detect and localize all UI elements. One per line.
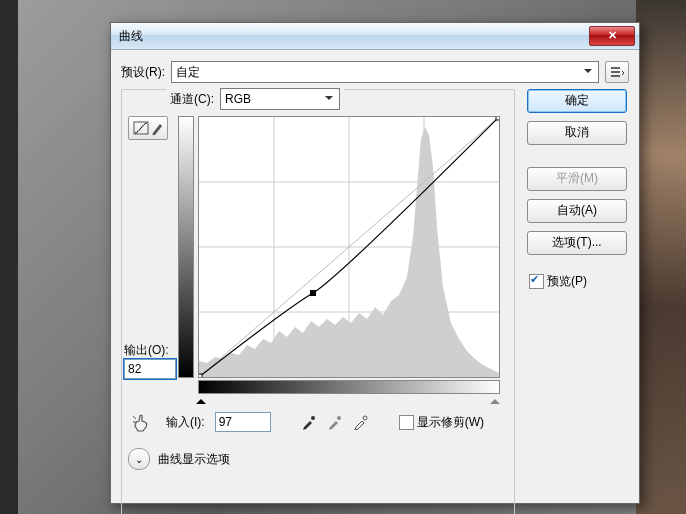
svg-point-12: [337, 416, 341, 420]
preview-label: 预览(P): [547, 274, 587, 288]
output-input[interactable]: 82: [124, 359, 176, 379]
black-point-slider[interactable]: [196, 394, 206, 404]
display-options-label: 曲线显示选项: [158, 451, 230, 468]
show-clipping-label: 显示修剪(W): [417, 415, 484, 429]
curves-plot-svg: [199, 117, 499, 377]
preset-value: 自定: [176, 64, 200, 81]
input-input[interactable]: 97: [215, 412, 271, 432]
preset-menu-button[interactable]: [605, 61, 629, 83]
curves-groupbox: 通道(C): RGB: [121, 89, 515, 514]
checkbox-checked-icon: [529, 274, 544, 289]
curves-plot[interactable]: [198, 116, 500, 378]
show-clipping-checkbox[interactable]: 显示修剪(W): [399, 414, 484, 431]
close-button[interactable]: ✕: [589, 26, 635, 46]
display-options-expander[interactable]: ⌄: [128, 448, 150, 470]
black-eyedropper[interactable]: [301, 414, 317, 430]
checkbox-icon: [399, 415, 414, 430]
eyedropper-white-icon: [353, 414, 369, 430]
gray-eyedropper[interactable]: [327, 414, 343, 430]
auto-button[interactable]: 自动(A): [527, 199, 627, 223]
svg-rect-8: [199, 374, 202, 377]
svg-point-11: [311, 416, 315, 420]
channel-dropdown[interactable]: RGB: [220, 88, 340, 110]
smooth-button[interactable]: 平滑(M): [527, 167, 627, 191]
vertical-gradient-bar: [178, 116, 194, 378]
eyedropper-gray-icon: [327, 414, 343, 430]
target-adjust-tool[interactable]: [128, 410, 156, 434]
curve-tool-icon: [133, 121, 149, 135]
white-eyedropper[interactable]: [353, 414, 369, 430]
preset-dropdown[interactable]: 自定: [171, 61, 599, 83]
options-button[interactable]: 选项(T)...: [527, 231, 627, 255]
svg-rect-10: [310, 290, 316, 296]
svg-rect-9: [496, 117, 499, 120]
white-point-slider[interactable]: [490, 394, 500, 404]
channel-value: RGB: [225, 92, 251, 106]
channel-label: 通道(C):: [170, 91, 214, 108]
menu-icon: [610, 66, 624, 78]
svg-point-13: [363, 416, 367, 420]
preview-checkbox[interactable]: 预览(P): [529, 273, 587, 290]
pencil-icon: [151, 121, 163, 135]
horizontal-gradient-bar: [198, 380, 500, 394]
hand-point-icon: [131, 412, 153, 432]
input-label: 输入(I):: [166, 414, 205, 431]
close-icon: ✕: [608, 29, 617, 41]
chevron-double-down-icon: ⌄: [135, 454, 143, 465]
titlebar[interactable]: 曲线 ✕: [111, 23, 639, 50]
ok-button[interactable]: 确定: [527, 89, 627, 113]
preset-label: 预设(R):: [121, 64, 165, 81]
curves-dialog: 曲线 ✕ 预设(R): 自定: [110, 22, 640, 504]
curve-mode-toggle[interactable]: [128, 116, 168, 140]
eyedropper-black-icon: [301, 414, 317, 430]
output-label: 输出(O):: [124, 342, 172, 359]
background-image-right: [636, 0, 686, 514]
cancel-button[interactable]: 取消: [527, 121, 627, 145]
window-title: 曲线: [119, 29, 143, 43]
